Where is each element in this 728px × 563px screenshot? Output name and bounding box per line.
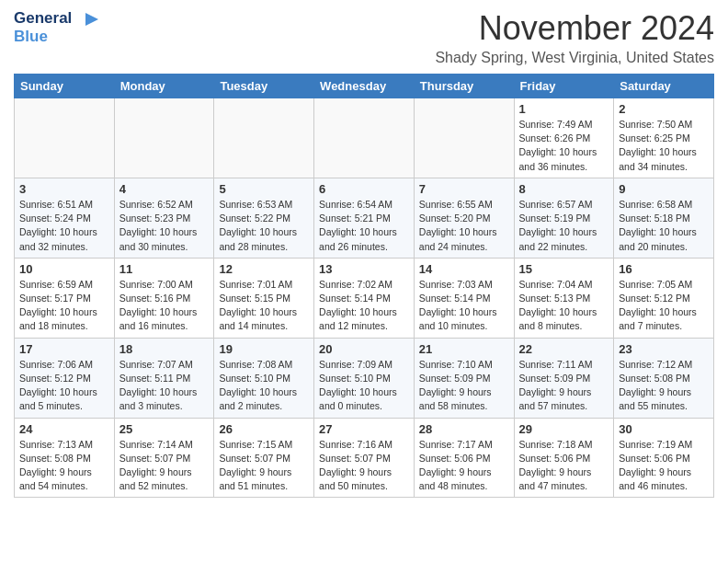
calendar-day: 14Sunrise: 7:03 AM Sunset: 5:14 PM Dayli… — [414, 258, 514, 338]
calendar-day: 18Sunrise: 7:07 AM Sunset: 5:11 PM Dayli… — [114, 338, 214, 418]
calendar-day: 5Sunrise: 6:53 AM Sunset: 5:22 PM Daylig… — [214, 178, 314, 258]
weekday-header-wednesday: Wednesday — [314, 75, 415, 98]
day-info: Sunrise: 7:03 AM Sunset: 5:14 PM Dayligh… — [419, 278, 509, 334]
day-number: 21 — [419, 342, 509, 356]
title-section: November 2024 Shady Spring, West Virgini… — [435, 9, 714, 66]
page-container: General Blue November 2024 Shady Spring,… — [0, 0, 728, 507]
calendar-day — [15, 98, 115, 178]
day-info: Sunrise: 7:01 AM Sunset: 5:15 PM Dayligh… — [219, 278, 309, 334]
day-number: 5 — [219, 182, 309, 196]
day-info: Sunrise: 7:11 AM Sunset: 5:09 PM Dayligh… — [519, 358, 609, 414]
day-info: Sunrise: 7:19 AM Sunset: 5:06 PM Dayligh… — [619, 438, 709, 494]
weekday-header-saturday: Saturday — [614, 75, 714, 98]
logo-line1: General — [14, 9, 98, 28]
calendar-day — [114, 98, 214, 178]
calendar-week-2: 3Sunrise: 6:51 AM Sunset: 5:24 PM Daylig… — [15, 178, 714, 258]
day-info: Sunrise: 7:12 AM Sunset: 5:08 PM Dayligh… — [619, 358, 709, 414]
calendar-day: 8Sunrise: 6:57 AM Sunset: 5:19 PM Daylig… — [514, 178, 614, 258]
day-info: Sunrise: 7:07 AM Sunset: 5:11 PM Dayligh… — [119, 358, 210, 414]
day-number: 1 — [519, 102, 609, 116]
weekday-header-thursday: Thursday — [414, 75, 514, 98]
weekday-header-friday: Friday — [514, 75, 614, 98]
day-info: Sunrise: 7:17 AM Sunset: 5:06 PM Dayligh… — [419, 438, 509, 494]
calendar-day: 6Sunrise: 6:54 AM Sunset: 5:21 PM Daylig… — [314, 178, 415, 258]
month-title: November 2024 — [435, 9, 714, 48]
calendar-day: 29Sunrise: 7:18 AM Sunset: 5:06 PM Dayli… — [514, 418, 614, 498]
day-number: 19 — [219, 342, 309, 356]
svg-marker-0 — [85, 13, 98, 26]
location: Shady Spring, West Virginia, United Stat… — [435, 50, 714, 66]
day-number: 3 — [19, 182, 109, 196]
calendar-day — [314, 98, 415, 178]
day-info: Sunrise: 7:50 AM Sunset: 6:25 PM Dayligh… — [619, 118, 709, 174]
calendar-day: 10Sunrise: 6:59 AM Sunset: 5:17 PM Dayli… — [15, 258, 115, 338]
day-info: Sunrise: 7:06 AM Sunset: 5:12 PM Dayligh… — [19, 358, 109, 414]
calendar-body: 1Sunrise: 7:49 AM Sunset: 6:26 PM Daylig… — [15, 98, 714, 498]
day-number: 23 — [619, 342, 709, 356]
logo-text: General Blue — [14, 9, 98, 47]
day-number: 8 — [519, 182, 609, 196]
day-info: Sunrise: 7:15 AM Sunset: 5:07 PM Dayligh… — [219, 438, 309, 494]
day-info: Sunrise: 7:14 AM Sunset: 5:07 PM Dayligh… — [119, 438, 210, 494]
calendar-day: 1Sunrise: 7:49 AM Sunset: 6:26 PM Daylig… — [514, 98, 614, 178]
day-number: 29 — [519, 422, 609, 436]
day-info: Sunrise: 7:05 AM Sunset: 5:12 PM Dayligh… — [619, 278, 709, 334]
calendar-day: 26Sunrise: 7:15 AM Sunset: 5:07 PM Dayli… — [214, 418, 314, 498]
day-number: 30 — [619, 422, 709, 436]
calendar-day: 13Sunrise: 7:02 AM Sunset: 5:14 PM Dayli… — [314, 258, 415, 338]
day-number: 13 — [319, 262, 409, 276]
calendar-day: 2Sunrise: 7:50 AM Sunset: 6:25 PM Daylig… — [614, 98, 714, 178]
calendar-week-1: 1Sunrise: 7:49 AM Sunset: 6:26 PM Daylig… — [15, 98, 714, 178]
header: General Blue November 2024 Shady Spring,… — [14, 9, 714, 66]
calendar-day: 3Sunrise: 6:51 AM Sunset: 5:24 PM Daylig… — [15, 178, 115, 258]
day-info: Sunrise: 7:08 AM Sunset: 5:10 PM Dayligh… — [219, 358, 309, 414]
day-number: 18 — [119, 342, 210, 356]
day-info: Sunrise: 6:59 AM Sunset: 5:17 PM Dayligh… — [19, 278, 109, 334]
day-info: Sunrise: 6:53 AM Sunset: 5:22 PM Dayligh… — [219, 198, 309, 254]
day-info: Sunrise: 7:18 AM Sunset: 5:06 PM Dayligh… — [519, 438, 609, 494]
calendar-day: 22Sunrise: 7:11 AM Sunset: 5:09 PM Dayli… — [514, 338, 614, 418]
day-info: Sunrise: 7:10 AM Sunset: 5:09 PM Dayligh… — [419, 358, 509, 414]
day-info: Sunrise: 6:51 AM Sunset: 5:24 PM Dayligh… — [19, 198, 109, 254]
calendar-day: 4Sunrise: 6:52 AM Sunset: 5:23 PM Daylig… — [114, 178, 214, 258]
day-number: 14 — [419, 262, 509, 276]
logo: General Blue — [14, 9, 98, 47]
day-number: 10 — [19, 262, 109, 276]
calendar-day: 27Sunrise: 7:16 AM Sunset: 5:07 PM Dayli… — [314, 418, 415, 498]
weekday-header-sunday: Sunday — [15, 75, 115, 98]
day-info: Sunrise: 7:02 AM Sunset: 5:14 PM Dayligh… — [319, 278, 409, 334]
weekday-header-tuesday: Tuesday — [214, 75, 314, 98]
calendar-day: 9Sunrise: 6:58 AM Sunset: 5:18 PM Daylig… — [614, 178, 714, 258]
day-number: 16 — [619, 262, 709, 276]
calendar-day — [414, 98, 514, 178]
day-number: 28 — [419, 422, 509, 436]
day-number: 24 — [19, 422, 109, 436]
day-number: 26 — [219, 422, 309, 436]
calendar: SundayMondayTuesdayWednesdayThursdayFrid… — [14, 74, 714, 498]
calendar-day: 24Sunrise: 7:13 AM Sunset: 5:08 PM Dayli… — [15, 418, 115, 498]
day-number: 6 — [319, 182, 409, 196]
calendar-day: 23Sunrise: 7:12 AM Sunset: 5:08 PM Dayli… — [614, 338, 714, 418]
logo-line2: Blue — [14, 28, 98, 46]
day-number: 7 — [419, 182, 509, 196]
weekday-header-row: SundayMondayTuesdayWednesdayThursdayFrid… — [15, 75, 714, 98]
day-number: 11 — [119, 262, 210, 276]
day-number: 4 — [119, 182, 210, 196]
day-info: Sunrise: 6:52 AM Sunset: 5:23 PM Dayligh… — [119, 198, 210, 254]
day-number: 15 — [519, 262, 609, 276]
calendar-day: 21Sunrise: 7:10 AM Sunset: 5:09 PM Dayli… — [414, 338, 514, 418]
day-info: Sunrise: 7:09 AM Sunset: 5:10 PM Dayligh… — [319, 358, 409, 414]
weekday-header-monday: Monday — [114, 75, 214, 98]
day-info: Sunrise: 7:16 AM Sunset: 5:07 PM Dayligh… — [319, 438, 409, 494]
calendar-day: 15Sunrise: 7:04 AM Sunset: 5:13 PM Dayli… — [514, 258, 614, 338]
day-info: Sunrise: 6:55 AM Sunset: 5:20 PM Dayligh… — [419, 198, 509, 254]
calendar-day: 30Sunrise: 7:19 AM Sunset: 5:06 PM Dayli… — [614, 418, 714, 498]
day-number: 12 — [219, 262, 309, 276]
calendar-week-4: 17Sunrise: 7:06 AM Sunset: 5:12 PM Dayli… — [15, 338, 714, 418]
calendar-day: 7Sunrise: 6:55 AM Sunset: 5:20 PM Daylig… — [414, 178, 514, 258]
day-info: Sunrise: 6:58 AM Sunset: 5:18 PM Dayligh… — [619, 198, 709, 254]
calendar-day: 25Sunrise: 7:14 AM Sunset: 5:07 PM Dayli… — [114, 418, 214, 498]
day-info: Sunrise: 7:00 AM Sunset: 5:16 PM Dayligh… — [119, 278, 210, 334]
day-info: Sunrise: 6:54 AM Sunset: 5:21 PM Dayligh… — [319, 198, 409, 254]
calendar-header: SundayMondayTuesdayWednesdayThursdayFrid… — [15, 75, 714, 98]
